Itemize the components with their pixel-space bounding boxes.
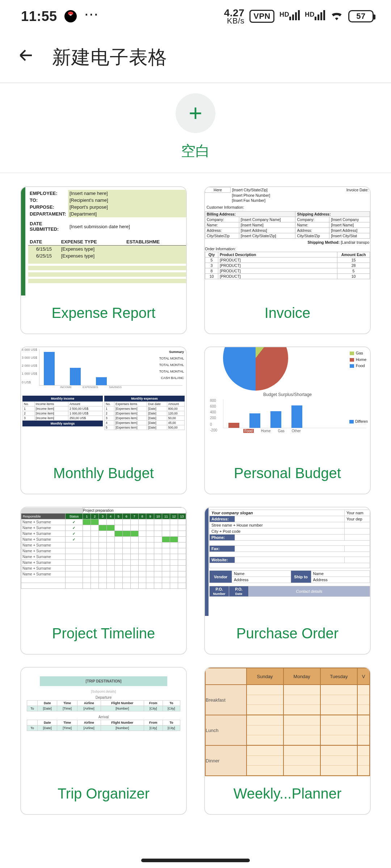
vpn-badge: VPN	[249, 10, 274, 23]
template-invoice[interactable]: Here[Insert City/State/Zip]Invoice Date:…	[204, 186, 371, 334]
blank-template-section: + 空白	[0, 83, 391, 173]
thumb-personal: Gas Home Food Budget Surplus/Shortage 80…	[205, 347, 370, 456]
template-personal-budget[interactable]: Gas Home Food Budget Surplus/Shortage 80…	[204, 346, 371, 494]
thumb-timeline: Project preparation ResponsibleStatus 12…	[21, 507, 186, 616]
home-indicator	[141, 859, 250, 862]
battery-icon: 57	[348, 10, 374, 22]
signal-2: HD	[305, 9, 325, 23]
status-time: 11:55	[21, 9, 57, 24]
net-speed: 4.27 KB/s	[224, 8, 245, 25]
template-trip-organizer[interactable]: [TRIP DESTINATION] [Subpoint details] De…	[20, 667, 187, 815]
template-project-timeline[interactable]: Project preparation ResponsibleStatus 12…	[20, 507, 187, 655]
qq-icon	[64, 10, 77, 22]
blank-label: 空白	[181, 141, 210, 161]
template-label: Monthly Budget	[21, 456, 186, 494]
back-button[interactable]	[17, 47, 35, 68]
template-weekly-planner[interactable]: Sunday Monday Tuesday V Breakfast Lunch …	[204, 667, 371, 815]
template-label: Trip Organizer	[21, 776, 186, 814]
template-label: Weekly...Planner	[205, 776, 370, 814]
template-label: Expense Report	[21, 295, 186, 333]
title-bar: 新建电子表格	[0, 33, 391, 83]
thumb-purchase: Your company sloganYour nam Address:Your…	[205, 507, 370, 616]
thumb-invoice: Here[Insert City/State/Zip]Invoice Date:…	[205, 187, 370, 295]
template-label: Project Timeline	[21, 616, 186, 654]
template-grid: EMPLOYEE:[Insert name here] TO:[Recipien…	[0, 173, 391, 837]
template-monthly-budget[interactable]: 4 000 US$ 3 000 US$ 2 000 US$ 1 000 US$ …	[20, 346, 187, 494]
template-label: Invoice	[205, 295, 370, 333]
more-icon: ⋯	[84, 6, 99, 22]
thumb-weekly: Sunday Monday Tuesday V Breakfast Lunch …	[205, 668, 370, 776]
page-title: 新建电子表格	[52, 45, 167, 70]
thumb-monthly: 4 000 US$ 3 000 US$ 2 000 US$ 1 000 US$ …	[21, 347, 186, 456]
thumb-expense: EMPLOYEE:[Insert name here] TO:[Recipien…	[21, 187, 186, 295]
template-label: Purchase Order	[205, 616, 370, 654]
signal-1: HD	[279, 9, 300, 23]
template-label: Personal Budget	[205, 456, 370, 494]
template-expense-report[interactable]: EMPLOYEE:[Insert name here] TO:[Recipien…	[20, 186, 187, 334]
status-bar: 11:55 ⋯ 4.27 KB/s VPN HD HD 57	[0, 0, 391, 33]
template-purchase-order[interactable]: Your company sloganYour nam Address:Your…	[204, 507, 371, 655]
new-blank-button[interactable]: +	[176, 93, 215, 133]
wifi-icon	[330, 9, 343, 23]
thumb-trip: [TRIP DESTINATION] [Subpoint details] De…	[21, 668, 186, 776]
